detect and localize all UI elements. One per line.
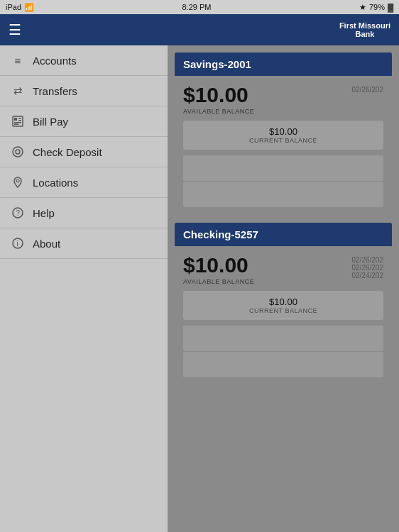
checking-current-label: CURRENT BALANCE (190, 307, 376, 314)
sidebar: ≡ Accounts ⇄ Transfers Bill Pay (0, 45, 168, 532)
savings-current-amount: $10.00 (190, 126, 376, 137)
checking-available-label: AVAILABLE BALANCE (183, 278, 254, 285)
sidebar-label-about: About (33, 238, 60, 250)
checking-transaction-row-1 (183, 326, 383, 351)
savings-card-header: Savings-2001 (175, 52, 392, 76)
checking-date-1: 02/26/202 (352, 256, 384, 264)
checking-balance-row: $10.00 AVAILABLE BALANCE 02/26/202 02/26… (183, 253, 383, 285)
savings-date: 02/26/202 (352, 86, 384, 94)
sidebar-item-billpay[interactable]: Bill Pay (0, 106, 168, 137)
battery-icon: ▓ (388, 3, 393, 11)
checking-transaction-row-2 (183, 352, 383, 377)
checking-account-card: Checking-5257 $10.00 AVAILABLE BALANCE 0… (175, 223, 392, 384)
sidebar-label-locations: Locations (33, 177, 78, 189)
savings-balance-row: $10.00 AVAILABLE BALANCE 02/26/202 (183, 83, 383, 115)
checking-card-body: $10.00 AVAILABLE BALANCE 02/26/202 02/26… (175, 246, 392, 384)
sidebar-item-accounts[interactable]: ≡ Accounts (0, 45, 168, 76)
savings-available-section: $10.00 AVAILABLE BALANCE (183, 83, 254, 115)
checking-transaction-list (183, 326, 383, 377)
checking-dates: 02/26/202 02/26/202 02/24/202 (352, 256, 384, 279)
app-body: ≡ Accounts ⇄ Transfers Bill Pay (0, 45, 399, 532)
savings-current-balance-box: $10.00 CURRENT BALANCE (183, 121, 383, 150)
checking-available-amount: $10.00 (183, 253, 254, 277)
checking-date-3: 02/24/202 (352, 272, 384, 279)
sidebar-item-help[interactable]: ? Help (0, 198, 168, 228)
help-icon: ? (10, 205, 26, 221)
battery-label: 79% (369, 3, 385, 11)
checking-current-amount: $10.00 (190, 297, 376, 307)
hamburger-button[interactable]: ☰ (9, 21, 21, 38)
savings-account-card: Savings-2001 $10.00 AVAILABLE BALANCE 02… (175, 52, 392, 214)
sidebar-label-accounts: Accounts (33, 55, 77, 67)
svg-point-8 (16, 179, 19, 182)
about-icon: i (10, 235, 26, 251)
bluetooth-icon: ★ (359, 3, 366, 12)
sidebar-label-transfers: Transfers (33, 85, 77, 97)
sidebar-label-help: Help (33, 207, 55, 219)
sidebar-label-billpay: Bill Pay (33, 116, 68, 128)
checking-current-balance-box: $10.00 CURRENT BALANCE (183, 291, 383, 320)
sidebar-item-checkdeposit[interactable]: Check Deposit (0, 137, 168, 167)
savings-transaction-row-1 (183, 155, 383, 181)
svg-rect-3 (18, 120, 21, 121)
billpay-icon (10, 113, 26, 129)
sidebar-item-about[interactable]: i About (0, 228, 168, 259)
checking-card-header: Checking-5257 (175, 223, 392, 246)
svg-rect-4 (14, 122, 21, 123)
logo-line2: Bank (355, 30, 374, 38)
logo-line1: First Missouri (339, 21, 390, 30)
transfers-icon: ⇄ (10, 83, 26, 99)
sidebar-label-checkdeposit: Check Deposit (33, 146, 102, 158)
sidebar-item-transfers[interactable]: ⇄ Transfers (0, 76, 168, 106)
svg-point-7 (16, 150, 20, 154)
savings-available-amount: $10.00 (183, 83, 254, 107)
status-bar: iPad 📶 8:29 PM ★ 79% ▓ (0, 0, 399, 14)
nav-bar: ☰ First Missouri Bank (0, 14, 399, 45)
status-time: 8:29 PM (182, 3, 212, 11)
savings-transaction-list (183, 155, 383, 207)
savings-transaction-row-2 (183, 182, 383, 207)
checking-available-section: $10.00 AVAILABLE BALANCE (183, 253, 254, 285)
content-area: Savings-2001 $10.00 AVAILABLE BALANCE 02… (168, 45, 399, 532)
savings-current-label: CURRENT BALANCE (190, 137, 376, 144)
sidebar-item-locations[interactable]: Locations (0, 167, 168, 198)
locations-icon (10, 174, 26, 190)
status-left: iPad 📶 (6, 3, 34, 12)
svg-rect-2 (18, 118, 21, 119)
status-right: ★ 79% ▓ (359, 3, 393, 12)
savings-card-body: $10.00 AVAILABLE BALANCE 02/26/202 $10.0… (175, 76, 392, 214)
svg-rect-5 (14, 124, 18, 126)
checking-date-2: 02/26/202 (352, 264, 384, 272)
checkdeposit-icon (10, 144, 26, 160)
svg-text:i: i (17, 240, 18, 248)
accounts-icon: ≡ (10, 52, 26, 68)
wifi-icon: 📶 (24, 3, 34, 12)
savings-available-label: AVAILABLE BALANCE (183, 108, 254, 115)
svg-point-6 (13, 147, 23, 157)
svg-text:?: ? (16, 209, 21, 217)
svg-rect-1 (14, 118, 17, 121)
bank-logo: First Missouri Bank (339, 21, 390, 38)
status-ipad: iPad (6, 3, 21, 11)
